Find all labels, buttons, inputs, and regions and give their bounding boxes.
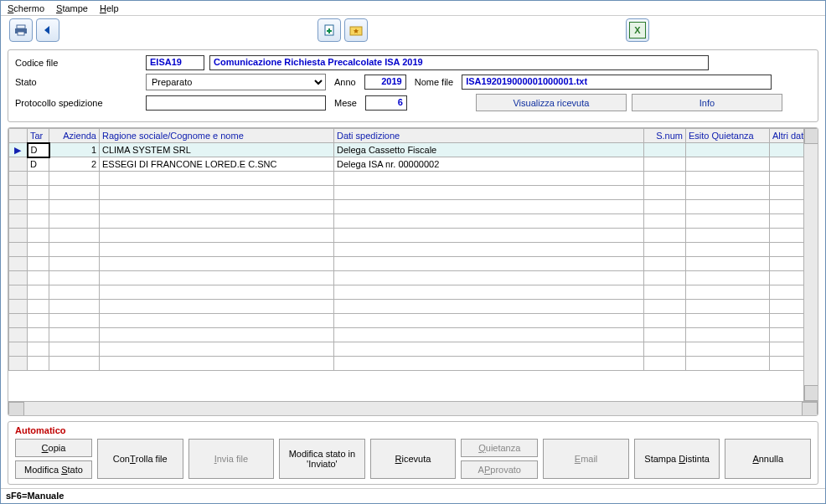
table-row[interactable] [9, 229, 804, 243]
arrow-left-icon [41, 23, 54, 37]
table-row[interactable] [9, 285, 804, 300]
nomefile-value: ISA192019000001000001.txt [462, 75, 772, 90]
row-marker: ▶ [9, 143, 28, 157]
table-row[interactable] [9, 186, 804, 200]
table-row[interactable] [9, 357, 804, 371]
cell-altri[interactable] [770, 143, 804, 157]
approvato-button[interactable]: APprovato [461, 460, 538, 479]
stato-combo[interactable]: Preparato [146, 74, 326, 90]
bottom-panel: Automatico Copia Modifica Stato ConTroll… [8, 421, 818, 485]
cell-snum[interactable] [644, 143, 686, 157]
cell-dati[interactable]: Delega ISA nr. 00000002 [334, 157, 644, 172]
col-altri[interactable]: Altri dati spediz [770, 129, 804, 143]
data-grid[interactable]: Tar Azienda Ragione sociale/Cognome e no… [8, 128, 803, 401]
table-row[interactable] [9, 300, 804, 314]
grid-header-row: Tar Azienda Ragione sociale/Cognome e no… [9, 129, 804, 143]
cell-esito[interactable] [686, 157, 770, 172]
mese-value: 6 [365, 95, 407, 111]
stampa-distinta-button[interactable]: Stampa Distinta [634, 439, 720, 479]
col-dati[interactable]: Dati spedizione [334, 129, 644, 143]
modifica-stato-button[interactable]: Modifica Stato [15, 460, 92, 479]
cell-azienda[interactable]: 2 [49, 157, 100, 172]
status-bar: sF6=Manuale [1, 488, 825, 503]
table-row[interactable] [9, 243, 804, 257]
info-button[interactable]: Info [632, 94, 782, 111]
cell-esito[interactable] [686, 143, 770, 157]
toolbar-doc-plus-button[interactable] [317, 18, 341, 42]
ricevuta-button[interactable]: Ricevuta [370, 439, 457, 479]
cell-ragione[interactable]: CLIMA SYSTEM SRL [100, 143, 334, 157]
codice-file-value: EISA19 [146, 55, 204, 70]
controlla-file-button[interactable]: ConTrolla file [97, 439, 183, 479]
toolbar: X [1, 16, 825, 44]
cell-snum[interactable] [644, 157, 686, 172]
col-snum[interactable]: S.num [644, 129, 686, 143]
table-row[interactable] [9, 214, 804, 229]
excel-icon: X [629, 22, 646, 39]
cell-altri[interactable] [770, 157, 804, 172]
stato-label: Stato [15, 77, 141, 87]
table-row[interactable] [9, 314, 804, 328]
cell-azienda[interactable]: 1 [49, 143, 100, 157]
table-row[interactable] [9, 342, 804, 357]
row-marker [9, 157, 28, 172]
automatico-label: Automatico [15, 425, 811, 435]
svg-rect-0 [17, 25, 25, 28]
copia-button[interactable]: Copia [15, 439, 92, 457]
col-azienda[interactable]: Azienda [49, 129, 100, 143]
table-row[interactable]: ▶ D 1 CLIMA SYSTEM SRL Delega Cassetto F… [9, 143, 804, 157]
protocollo-label: Protocollo spedizione [15, 98, 141, 108]
svg-rect-2 [18, 32, 24, 35]
cell-dati[interactable]: Delega Cassetto Fiscale [334, 143, 644, 157]
menu-schermo[interactable]: Schermo [8, 3, 44, 13]
anno-value: 2019 [364, 75, 406, 90]
email-button[interactable]: Email [543, 439, 629, 479]
table-row[interactable] [9, 328, 804, 342]
toolbar-star-button[interactable] [344, 18, 368, 42]
toolbar-print-button[interactable] [9, 18, 33, 42]
col-ragione[interactable]: Ragione sociale/Cognome e nome [100, 129, 334, 143]
mese-label: Mese [331, 98, 360, 108]
menu-help[interactable]: Help [100, 3, 119, 13]
col-marker[interactable] [9, 129, 28, 143]
quietanza-button[interactable]: Quietanza [461, 439, 538, 457]
protocollo-input[interactable] [146, 95, 326, 111]
cell-tar[interactable]: D [28, 157, 49, 172]
modifica-stato-inviato-button[interactable]: Modifica stato in 'Inviato' [279, 439, 365, 479]
descrizione-value: Comunicazione Richiesta Precalcolate ISA… [209, 55, 709, 70]
horizontal-scrollbar[interactable] [8, 401, 818, 415]
nomefile-label: Nome file [411, 77, 457, 87]
col-esito[interactable]: Esito Quietanza [686, 129, 770, 143]
grid-panel: Tar Azienda Ragione sociale/Cognome e no… [8, 127, 818, 416]
table-row[interactable]: D 2 ESSEGI DI FRANCONE LORED.E C.SNC Del… [9, 157, 804, 172]
vertical-scrollbar[interactable] [803, 128, 818, 401]
menu-stampe[interactable]: Stampe [56, 3, 88, 13]
table-row[interactable] [9, 257, 804, 271]
annulla-button[interactable]: Annulla [725, 439, 811, 479]
toolbar-back-button[interactable] [36, 18, 59, 42]
star-folder-icon [349, 23, 363, 37]
col-tar[interactable]: Tar [28, 129, 49, 143]
invia-file-button[interactable]: Invia file [188, 439, 275, 479]
table-row[interactable] [9, 172, 804, 186]
cell-ragione[interactable]: ESSEGI DI FRANCONE LORED.E C.SNC [100, 157, 334, 172]
toolbar-excel-button[interactable]: X [626, 18, 649, 42]
anno-label: Anno [331, 77, 359, 87]
header-panel: Codice file EISA19 Comunicazione Richies… [8, 49, 818, 122]
menubar: Schermo Stampe Help [1, 1, 825, 16]
visualizza-ricevuta-button[interactable]: Visualizza ricevuta [476, 94, 627, 111]
table-row[interactable] [9, 271, 804, 285]
codice-file-label: Codice file [15, 58, 141, 68]
table-row[interactable] [9, 200, 804, 214]
cell-tar[interactable]: D [28, 143, 49, 157]
printer-icon [14, 23, 28, 37]
document-plus-icon [323, 23, 336, 37]
